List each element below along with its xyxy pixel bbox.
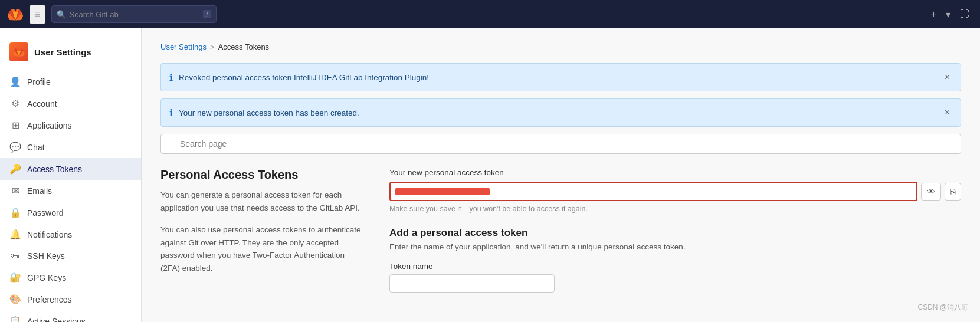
chat-icon: 💬	[9, 142, 21, 153]
section-desc-2: You can also use personal access tokens …	[160, 224, 361, 274]
sidebar-item-ssh-keys[interactable]: 🗝 SSH Keys	[0, 245, 141, 267]
sidebar-header: User Settings	[0, 38, 141, 71]
sidebar-item-label: Profile	[27, 77, 51, 87]
nav-actions: + ▾ ⛶	[927, 6, 973, 22]
alert-text-2: Your new personal access token has been …	[179, 109, 936, 117]
create-new-button[interactable]: +	[927, 6, 940, 22]
sidebar-item-label: Active Sessions	[27, 317, 86, 323]
token-save-notice: Make sure you save it – you won't be abl…	[389, 205, 961, 213]
sidebar-item-gpg-keys[interactable]: 🔐 GPG Keys	[0, 267, 141, 288]
section-desc-1: You can generate a personal access token…	[160, 189, 361, 214]
emails-icon: ✉	[9, 185, 21, 196]
alert-revoked: ℹ Revoked personal access token IntelliJ…	[160, 63, 961, 91]
sidebar-item-label: SSH Keys	[27, 251, 65, 261]
sidebar-item-preferences[interactable]: 🎨 Preferences	[0, 288, 141, 310]
alert-close-button-2[interactable]: ×	[942, 106, 952, 119]
sidebar-item-label: Password	[27, 208, 63, 218]
token-redact-overlay	[395, 188, 490, 195]
sidebar-navigation: 👤 Profile ⚙ Account ⊞ Applications 💬 Cha…	[0, 71, 141, 322]
app-layout: User Settings 👤 Profile ⚙ Account ⊞ Appl…	[0, 28, 980, 322]
main-content: User Settings > Access Tokens ℹ Revoked …	[142, 28, 980, 322]
gpg-keys-icon: 🔐	[9, 272, 21, 283]
sidebar-item-account[interactable]: ⚙ Account	[0, 93, 141, 114]
breadcrumb-current: Access Tokens	[218, 42, 269, 51]
active-sessions-icon: 📋	[9, 316, 21, 322]
copy-icon: ⎘	[950, 187, 955, 196]
new-token-label: Your new personal access token	[389, 168, 961, 177]
section-title: Personal Access Tokens	[160, 168, 361, 182]
alert-info-icon-1: ℹ	[169, 72, 173, 83]
sidebar-item-label: Applications	[27, 121, 72, 130]
alert-info-icon-2: ℹ	[169, 107, 173, 119]
breadcrumb-separator: >	[210, 42, 215, 51]
search-page-wrapper: 🔍	[160, 134, 961, 154]
account-icon: ⚙	[9, 98, 21, 109]
password-icon: 🔒	[9, 207, 21, 218]
sidebar-item-label: Preferences	[27, 295, 71, 304]
token-input-wrapper	[389, 182, 917, 201]
search-slash-badge: /	[203, 10, 211, 18]
right-column: Your new personal access token 👁 ⎘ Make …	[389, 168, 961, 293]
access-tokens-icon: 🔑	[9, 163, 21, 175]
breadcrumb-parent-link[interactable]: User Settings	[160, 42, 207, 51]
sidebar-item-access-tokens[interactable]: 🔑 Access Tokens	[0, 158, 141, 180]
sidebar-title: User Settings	[34, 47, 91, 57]
sidebar-item-applications[interactable]: ⊞ Applications	[0, 114, 141, 136]
alert-close-button-1[interactable]: ×	[942, 71, 952, 84]
search-icon: 🔍	[57, 10, 66, 19]
add-token-desc: Enter the name of your application, and …	[389, 242, 961, 251]
token-copy-button[interactable]: ⎘	[945, 183, 961, 201]
sidebar-item-emails[interactable]: ✉ Emails	[0, 180, 141, 202]
search-input[interactable]	[70, 10, 200, 19]
sidebar-item-profile[interactable]: 👤 Profile	[0, 71, 141, 93]
profile-icon: 👤	[9, 76, 21, 87]
content-columns: Personal Access Tokens You can generate …	[160, 168, 961, 293]
token-name-label: Token name	[389, 262, 961, 271]
sidebar-item-password[interactable]: 🔒 Password	[0, 202, 141, 224]
left-column: Personal Access Tokens You can generate …	[160, 168, 361, 293]
sidebar-item-label: Notifications	[27, 230, 72, 239]
notifications-icon: 🔔	[9, 229, 21, 240]
token-field-row: 👁 ⎘	[389, 182, 961, 201]
sidebar-item-label: Access Tokens	[27, 165, 82, 174]
sidebar: User Settings 👤 Profile ⚙ Account ⊞ Appl…	[0, 28, 142, 322]
applications-icon: ⊞	[9, 120, 21, 131]
sidebar-item-active-sessions[interactable]: 📋 Active Sessions	[0, 310, 141, 322]
eye-icon: 👁	[927, 187, 935, 196]
hamburger-button[interactable]: ≡	[30, 5, 45, 24]
sidebar-item-label: Account	[27, 99, 57, 109]
alert-text-1: Revoked personal access token IntelliJ I…	[179, 73, 936, 82]
nav-chevron-button[interactable]: ▾	[942, 6, 954, 22]
sidebar-item-chat[interactable]: 💬 Chat	[0, 136, 141, 158]
gitlab-logo-icon	[7, 6, 24, 22]
sidebar-item-label: Chat	[27, 143, 45, 152]
preferences-icon: 🎨	[9, 294, 21, 305]
top-navigation: ≡ 🔍 / + ▾ ⛶	[0, 0, 980, 28]
sidebar-item-label: GPG Keys	[27, 273, 66, 282]
sidebar-item-notifications[interactable]: 🔔 Notifications	[0, 224, 141, 245]
token-reveal-button[interactable]: 👁	[921, 183, 941, 201]
alert-created: ℹ Your new personal access token has bee…	[160, 98, 961, 127]
sidebar-logo-icon	[9, 42, 28, 61]
token-name-input[interactable]	[389, 274, 555, 293]
add-token-title: Add a personal access token	[389, 227, 961, 239]
sidebar-item-label: Emails	[27, 186, 52, 196]
ssh-keys-icon: 🗝	[9, 251, 21, 261]
global-search-bar[interactable]: 🔍 /	[51, 5, 217, 23]
search-page-container: 🔍	[160, 134, 961, 154]
breadcrumb: User Settings > Access Tokens	[160, 42, 961, 51]
fullscreen-button[interactable]: ⛶	[956, 6, 973, 22]
search-page-input[interactable]	[160, 134, 961, 154]
